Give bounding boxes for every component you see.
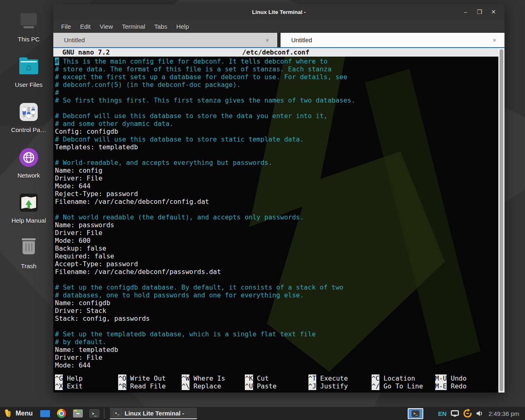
nano-shortcut-redo[interactable]: M-E Redo bbox=[435, 382, 498, 390]
taskbar-task-button[interactable]: >_ Linux Lite Terminal - bbox=[110, 408, 197, 419]
minimize-button[interactable]: – bbox=[460, 7, 471, 17]
shortcut-key: ^X bbox=[55, 382, 63, 390]
scrollbar-thumb[interactable] bbox=[500, 49, 503, 391]
shortcut-key: ^W bbox=[182, 374, 189, 382]
nano-line: # Set up the templatedb database, which … bbox=[55, 330, 498, 338]
desktop-icon-user-files[interactable]: ⌂User Files bbox=[7, 56, 50, 102]
desktop-icon-label: Trash bbox=[21, 262, 37, 269]
nano-shortcut-cut[interactable]: ^K Cut bbox=[245, 374, 308, 382]
system-tray: >_ EN 2:49:36 pm bbox=[408, 408, 522, 419]
shortcut-key: ^R bbox=[118, 382, 126, 390]
terminal-area: GNU nano 7.2 /etc/debconf.conf # This is… bbox=[53, 48, 504, 393]
nano-line bbox=[55, 205, 498, 213]
nano-shortcut-location[interactable]: ^C Location bbox=[372, 374, 435, 382]
desktop-icon-label: Control Pa… bbox=[11, 126, 46, 133]
nano-shortcut-justify[interactable]: ^J Justify bbox=[308, 382, 372, 390]
display-icon[interactable] bbox=[451, 410, 459, 417]
menu-help[interactable]: Help bbox=[172, 21, 194, 32]
nano-buffer: # This is the main config file for debco… bbox=[53, 57, 498, 369]
chrome-icon bbox=[57, 409, 66, 418]
nano-shortcut-paste[interactable]: ^U Paste bbox=[245, 382, 308, 390]
tab-close-icon[interactable]: × bbox=[490, 36, 499, 44]
help-manual-icon bbox=[18, 192, 39, 213]
desktop-icon-this-pc[interactable]: This PC bbox=[7, 11, 50, 56]
window-titlebar[interactable]: Linux Lite Terminal - –❒✕ bbox=[53, 4, 504, 20]
nano-line: # except the first sets up a database fo… bbox=[55, 73, 498, 81]
taskbar-clock[interactable]: 2:49:36 pm bbox=[488, 410, 519, 417]
nano-line: Driver: File bbox=[55, 354, 498, 361]
nano-line: # store data. The format of this file is… bbox=[55, 65, 498, 73]
desktop-icon-network[interactable]: Network bbox=[7, 147, 50, 192]
desktop-icon-trash[interactable]: Trash bbox=[7, 237, 50, 283]
nano-line bbox=[55, 151, 498, 159]
menu-view[interactable]: View bbox=[95, 21, 117, 32]
nano-line: Driver: File bbox=[55, 229, 498, 237]
desktop-icon-control-pa[interactable]: Control Pa… bbox=[7, 101, 50, 147]
menu-tabs[interactable]: Tabs bbox=[150, 21, 172, 32]
terminal-icon: >_ bbox=[113, 410, 121, 417]
nano-shortcut-write-out[interactable]: ^O Write Out bbox=[118, 374, 181, 382]
nano-line: # debconf.conf(5) (in the debconf-doc pa… bbox=[55, 81, 498, 89]
desktop-icon-list: This PC⌂User FilesControl Pa…NetworkHelp… bbox=[7, 11, 50, 283]
menu-edit[interactable]: Edit bbox=[75, 21, 95, 32]
nano-line: Name: configdb bbox=[55, 299, 498, 307]
linux-lite-logo-icon[interactable] bbox=[5, 409, 11, 418]
tab-close-icon[interactable]: × bbox=[263, 36, 272, 44]
taskbar-separator[interactable] bbox=[104, 409, 108, 418]
logo-feather bbox=[7, 411, 11, 418]
keyboard-layout-indicator[interactable]: EN bbox=[438, 410, 447, 417]
nano-line: # bbox=[55, 89, 498, 96]
nano-line bbox=[55, 322, 498, 330]
file-manager-icon[interactable] bbox=[73, 408, 83, 419]
shortcut-key: ^\ bbox=[182, 382, 189, 390]
nano-shortcut-go-to-line[interactable]: ^/ Go To Line bbox=[372, 382, 435, 390]
nano-line: # databases, one to hold passwords and o… bbox=[55, 291, 498, 299]
menu-terminal[interactable]: Terminal bbox=[117, 21, 150, 32]
terminal-icon: >_ bbox=[89, 409, 99, 418]
nano-line: Name: config bbox=[55, 167, 498, 174]
close-button[interactable]: ✕ bbox=[488, 7, 499, 17]
trash-icon bbox=[18, 237, 39, 259]
chrome-icon[interactable] bbox=[56, 408, 67, 419]
nano-shortcut-read-file[interactable]: ^R Read File bbox=[118, 382, 181, 390]
updates-icon[interactable] bbox=[463, 409, 472, 418]
workspace-icon[interactable] bbox=[40, 408, 50, 419]
nano-line bbox=[55, 276, 498, 283]
nano-line: Mode: 600 bbox=[55, 237, 498, 244]
tray-active-app-button[interactable]: >_ bbox=[408, 408, 423, 419]
nano-shortcut-replace[interactable]: ^\ Replace bbox=[182, 382, 245, 390]
terminal-screen[interactable]: GNU nano 7.2 /etc/debconf.conf # This is… bbox=[53, 48, 498, 393]
shortcut-key: ^J bbox=[308, 382, 316, 390]
menu-file[interactable]: File bbox=[57, 21, 75, 32]
nano-line: Stack: config, passwords bbox=[55, 315, 498, 322]
volume-icon[interactable] bbox=[476, 410, 484, 417]
nano-line: # This is the main config file for debco… bbox=[55, 57, 498, 65]
shortcut-key: ^/ bbox=[372, 382, 379, 390]
terminal-scrollbar[interactable] bbox=[498, 48, 504, 393]
tab-label: Untitled bbox=[64, 37, 263, 43]
maximize-button[interactable]: ❒ bbox=[474, 7, 485, 17]
window-controls: –❒✕ bbox=[460, 7, 504, 17]
nano-shortcut-bar: ^G Help^O Write Out^W Where Is^K Cut^T E… bbox=[53, 374, 498, 393]
nano-shortcut-where-is[interactable]: ^W Where Is bbox=[182, 374, 245, 382]
nano-shortcut-undo[interactable]: M-U Undo bbox=[435, 374, 498, 382]
nano-line: Mode: 644 bbox=[55, 182, 498, 190]
terminal-launcher-icon[interactable]: >_ bbox=[89, 408, 100, 419]
nano-line: # and some other dynamic data. bbox=[55, 120, 498, 128]
desktop-icon-label: Network bbox=[17, 172, 40, 179]
home-folder-icon: ⌂ bbox=[18, 56, 39, 78]
tab-2[interactable]: Untitled× bbox=[281, 33, 504, 47]
terminal-icon: >_ bbox=[411, 410, 420, 417]
nano-shortcut-execute[interactable]: ^T Execute bbox=[308, 374, 372, 382]
shortcut-key: ^T bbox=[308, 374, 316, 382]
nano-line: Driver: File bbox=[55, 174, 498, 182]
tab-1[interactable]: Untitled× bbox=[53, 33, 277, 47]
menu-button[interactable]: Menu bbox=[16, 410, 33, 417]
nano-shortcut-exit[interactable]: ^X Exit bbox=[55, 382, 118, 390]
shortcut-key: M-E bbox=[435, 382, 447, 390]
nano-line: Reject-Type: password bbox=[55, 190, 498, 198]
nano-line: Filename: /var/cache/debconf/config.dat bbox=[55, 198, 498, 205]
desktop-icon-help-manual[interactable]: Help Manual bbox=[7, 192, 50, 237]
nano-shortcut-help[interactable]: ^G Help bbox=[55, 374, 118, 382]
nano-line: Name: templatedb bbox=[55, 346, 498, 354]
